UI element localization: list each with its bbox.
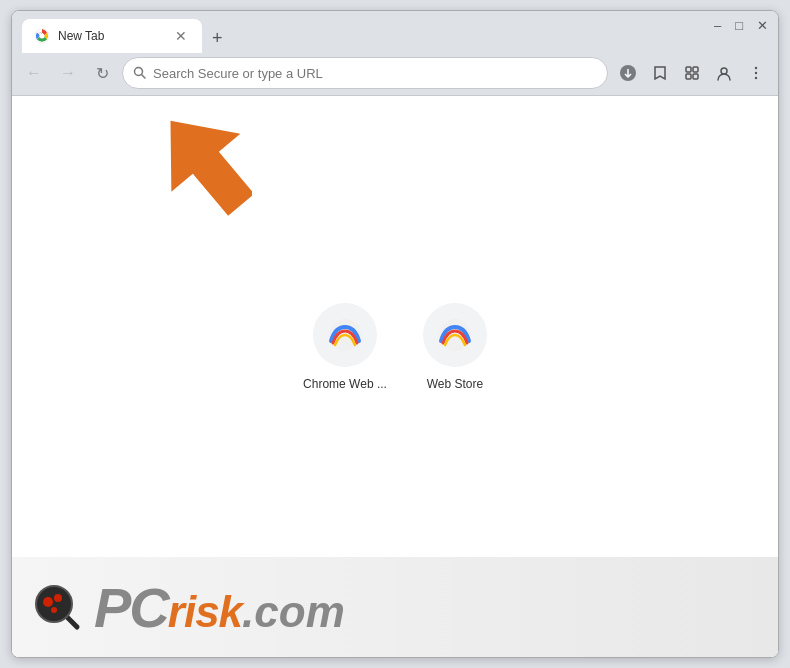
window-controls: – □ ✕ [714,19,768,32]
profile-button[interactable] [710,59,738,87]
tab-close-button[interactable]: ✕ [172,27,190,45]
svg-point-11 [721,68,727,74]
puzzle-icon [684,65,700,81]
browser-window: New Tab ✕ + – □ ✕ ← → ↻ [11,10,779,658]
tab-strip: New Tab ✕ + [12,19,778,53]
bookmark-icon [652,65,668,81]
title-bar: New Tab ✕ + – □ ✕ [12,11,778,53]
shortcut-label-chrome-web: Chrome Web ... [303,377,387,391]
tab-title: New Tab [58,29,164,43]
svg-rect-8 [693,67,698,72]
bookmark-button[interactable] [646,59,674,87]
watermark-dotcom: .com [242,587,345,637]
watermark-risk: risk [168,587,242,637]
search-icon [133,66,147,80]
svg-point-2 [40,34,45,39]
extensions-button[interactable] [678,59,706,87]
toolbar-actions [614,59,770,87]
svg-rect-7 [686,67,691,72]
back-icon: ← [26,64,42,82]
orange-arrow-svg [152,111,252,221]
svg-rect-10 [693,74,698,79]
svg-line-22 [67,617,77,627]
shortcut-label-web-store: Web Store [427,377,483,391]
forward-icon: → [60,64,76,82]
svg-rect-9 [686,74,691,79]
watermark: PC risk .com [12,557,778,657]
watermark-pc: PC [94,575,168,640]
toolbar: ← → ↻ [12,53,778,96]
shortcut-item-web-store[interactable]: Web Store [415,295,495,399]
svg-point-19 [43,597,53,607]
watermark-brand: PC risk .com [94,575,345,640]
menu-button[interactable] [742,59,770,87]
reload-button[interactable]: ↻ [88,59,116,87]
profile-icon [715,64,733,82]
shortcuts-grid: Chrome Web ... Web Store [295,295,495,399]
active-tab[interactable]: New Tab ✕ [22,19,202,53]
svg-point-20 [54,594,62,602]
back-button[interactable]: ← [20,59,48,87]
reload-icon: ↻ [96,64,109,83]
svg-point-21 [51,607,57,613]
close-button[interactable]: ✕ [757,19,768,32]
minimize-button[interactable]: – [714,19,721,32]
shortcut-icon-web-store [423,303,487,367]
shortcut-icon-chrome-web [313,303,377,367]
forward-button[interactable]: → [54,59,82,87]
new-tab-content: Chrome Web ... Web Store [12,96,778,657]
menu-icon [748,65,764,81]
address-input[interactable] [153,66,597,81]
download-icon [619,64,637,82]
svg-point-12 [755,67,757,69]
chrome-rainbow-icon-2 [437,317,473,353]
svg-line-4 [142,75,146,79]
svg-point-13 [755,72,757,74]
chrome-rainbow-icon-1 [327,317,363,353]
svg-marker-15 [152,111,252,221]
download-button[interactable] [614,59,642,87]
shortcut-item-chrome-web[interactable]: Chrome Web ... [295,295,395,399]
address-bar[interactable] [122,57,608,89]
maximize-button[interactable]: □ [735,19,743,32]
arrow-annotation [152,111,252,225]
pcrisk-logo [32,582,82,632]
new-tab-button[interactable]: + [206,26,229,51]
tab-favicon [34,28,50,44]
svg-point-14 [755,77,757,79]
